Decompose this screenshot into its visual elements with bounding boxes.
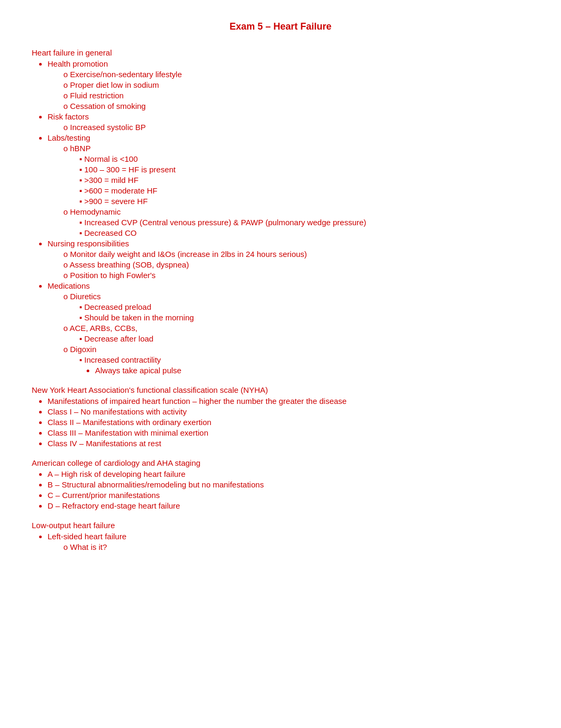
section-acc-aha: American college of cardiology and AHA s… bbox=[32, 458, 529, 510]
list-item-600: >600 = moderate HF bbox=[79, 186, 529, 195]
list-item-diuretics: Diuretics Decreased preload Should be ta… bbox=[63, 292, 529, 322]
section-low-output: Low-output heart failure Left-sided hear… bbox=[32, 521, 529, 551]
list-item-risk-factors: Risk factors Increased systolic BP bbox=[48, 112, 529, 132]
list-item-class2: Class II – Manifestations with ordinary … bbox=[48, 418, 529, 427]
list-item-medications: Medications Diuretics Decreased preload … bbox=[48, 281, 529, 375]
list-item-left-sided: Left-sided heart failure What is it? bbox=[48, 532, 529, 551]
list-item-afterload: Decrease after load bbox=[79, 334, 529, 343]
list-item-contractility: Increased contractility Always take apic… bbox=[79, 355, 529, 375]
list-item-normal: Normal is <100 bbox=[79, 154, 529, 163]
list-item-class3: Class III – Manifestation with minimal e… bbox=[48, 428, 529, 437]
section-heart-failure-general: Heart failure in general Health promotio… bbox=[32, 48, 529, 375]
list-item-900: >900 = severe HF bbox=[79, 197, 529, 206]
list-item-hbnp: hBNP Normal is <100 100 – 300 = HF is pr… bbox=[63, 144, 529, 206]
list-item-stage-a: A – High risk of developing heart failur… bbox=[48, 469, 529, 478]
section-heading-4: Low-output heart failure bbox=[32, 521, 529, 530]
list-item-digoxin: Digoxin Increased contractility Always t… bbox=[63, 345, 529, 375]
list-item-apical: Always take apical pulse bbox=[95, 366, 529, 375]
list-item-diet: Proper diet low in sodium bbox=[63, 80, 529, 89]
list-item-class4: Class IV – Manifestations at rest bbox=[48, 439, 529, 448]
list-item-morning: Should be taken in the morning bbox=[79, 313, 529, 322]
section-heading-3: American college of cardiology and AHA s… bbox=[32, 458, 529, 467]
list-item-cvp: Increased CVP (Central venous pressure) … bbox=[79, 218, 529, 227]
list-item-ace: ACE, ARBs, CCBs, Decrease after load bbox=[63, 324, 529, 343]
list-item-fluid: Fluid restriction bbox=[63, 91, 529, 100]
list-item-nursing: Nursing responsibilities Monitor daily w… bbox=[48, 239, 529, 280]
section-heading-1: Heart failure in general bbox=[32, 48, 529, 57]
list-item-breathing: Assess breathing (SOB, dyspnea) bbox=[63, 260, 529, 269]
list-item-stage-b: B – Structural abnormalities/remodeling … bbox=[48, 480, 529, 489]
list-item-100-300: 100 – 300 = HF is present bbox=[79, 165, 529, 174]
list-item-class1: Class I – No manifestations with activit… bbox=[48, 407, 529, 416]
list-item-stage-d: D – Refractory end-stage heart failure bbox=[48, 501, 529, 510]
page-title: Exam 5 – Heart Failure bbox=[32, 21, 529, 32]
list-item-300: >300 = mild HF bbox=[79, 176, 529, 185]
section-heading-2: New York Heart Association's functional … bbox=[32, 385, 529, 394]
content-area: Heart failure in general Health promotio… bbox=[32, 48, 529, 551]
list-item-health-promotion: Health promotion Exercise/non-sedentary … bbox=[48, 59, 529, 110]
list-item-exercise: Exercise/non-sedentary lifestyle bbox=[63, 70, 529, 79]
list-item-manifestations-general: Manifestations of impaired heart functio… bbox=[48, 397, 529, 406]
list-item-hemodynamic: Hemodynamic Increased CVP (Central venou… bbox=[63, 207, 529, 237]
list-item-fowlers: Position to high Fowler's bbox=[63, 271, 529, 280]
section-nyha: New York Heart Association's functional … bbox=[32, 385, 529, 448]
list-item-decreased-preload: Decreased preload bbox=[79, 302, 529, 311]
list-item-monitor-weight: Monitor daily weight and I&Os (increase … bbox=[63, 250, 529, 259]
list-item-decreased-co: Decreased CO bbox=[79, 228, 529, 237]
list-item-what-is-it: What is it? bbox=[63, 542, 529, 551]
list-item-stage-c: C – Current/prior manifestations bbox=[48, 491, 529, 500]
list-item-smoking: Cessation of smoking bbox=[63, 102, 529, 110]
list-item-systolic-bp: Increased systolic BP bbox=[63, 123, 529, 132]
list-item-labs: Labs/testing hBNP Normal is <100 100 – 3… bbox=[48, 133, 529, 237]
